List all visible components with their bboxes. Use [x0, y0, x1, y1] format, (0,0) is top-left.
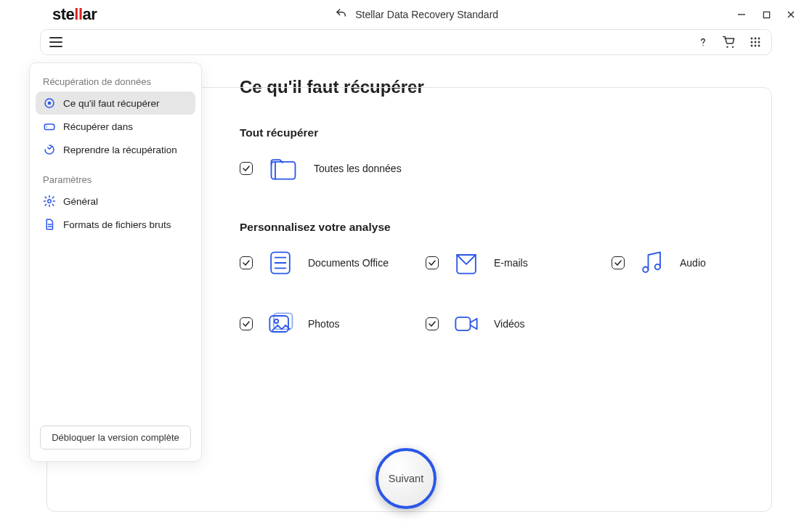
target-icon — [43, 97, 56, 110]
svg-rect-34 — [455, 317, 470, 330]
svg-point-9 — [758, 38, 760, 40]
svg-point-30 — [655, 264, 660, 269]
checkbox-emails[interactable] — [426, 256, 439, 269]
sidebar-item-label: Reprendre la récupération — [63, 145, 177, 155]
logo-text-post: ar — [83, 5, 97, 23]
sidebar-item-raw-formats[interactable]: Formats de fichiers bruts — [36, 213, 195, 236]
page-title: Ce qu'il faut récupérer — [240, 77, 783, 97]
resume-icon — [43, 143, 56, 156]
sidebar-item-what-to-recover[interactable]: Ce qu'il faut récupérer — [36, 91, 195, 115]
title-center: Stellar Data Recovery Standard — [97, 7, 736, 23]
category-documents: Documents Office — [240, 247, 411, 279]
drive-icon — [43, 120, 56, 133]
mail-icon — [450, 247, 482, 279]
sidebar-section-settings: Paramètres — [36, 168, 195, 190]
logo-text-pre: ste — [52, 5, 74, 23]
category-audio: Audio — [612, 247, 783, 279]
help-icon[interactable] — [696, 35, 710, 49]
section-recover-all: Tout récupérer — [240, 126, 783, 139]
svg-point-4 — [702, 45, 704, 46]
checkbox-documents[interactable] — [240, 256, 253, 269]
category-label: E-mails — [494, 257, 528, 269]
svg-point-6 — [732, 46, 734, 48]
svg-point-5 — [726, 46, 728, 48]
svg-point-11 — [755, 41, 757, 44]
music-icon — [636, 247, 668, 279]
sidebar-item-recover-to[interactable]: Récupérer dans — [36, 115, 195, 138]
svg-rect-1 — [763, 12, 769, 17]
category-label: Photos — [308, 318, 340, 330]
next-button[interactable]: Suivant — [375, 448, 437, 509]
category-videos: Vidéos — [426, 308, 597, 340]
svg-point-17 — [48, 102, 52, 105]
svg-point-10 — [751, 41, 753, 44]
sidebar-section-recovery: Récupération de données — [36, 70, 195, 91]
app-logo: stellar — [52, 5, 97, 24]
sidebar: Récupération de données Ce qu'il faut ré… — [29, 62, 202, 462]
svg-point-14 — [755, 45, 757, 47]
checkbox-videos[interactable] — [426, 317, 439, 330]
section-customize: Personnalisez votre analyse — [240, 221, 783, 234]
svg-point-32 — [275, 320, 279, 324]
svg-point-13 — [751, 45, 753, 47]
gear-icon — [43, 195, 56, 208]
sidebar-item-label: Ce qu'il faut récupérer — [63, 98, 159, 109]
next-label: Suivant — [389, 473, 423, 484]
cart-icon[interactable] — [722, 35, 736, 49]
video-icon — [450, 308, 482, 340]
minimize-button[interactable] — [736, 9, 747, 20]
category-label: Vidéos — [494, 318, 525, 330]
svg-point-19 — [46, 126, 48, 128]
folder-icon — [267, 152, 299, 184]
svg-point-8 — [755, 38, 757, 40]
sidebar-item-general[interactable]: Général — [36, 190, 195, 213]
sidebar-item-label: Formats de fichiers bruts — [63, 219, 171, 230]
title-bar: stellar Stellar Data Recovery Standard — [0, 0, 812, 29]
unlock-full-version-button[interactable]: Débloquer la version complète — [40, 426, 191, 449]
sidebar-item-resume-recovery[interactable]: Reprendre la récupération — [36, 138, 195, 161]
category-label: Documents Office — [308, 257, 389, 269]
window-controls — [736, 9, 796, 20]
sidebar-item-label: Général — [63, 196, 98, 207]
toolbar — [40, 29, 772, 55]
undo-icon[interactable] — [335, 7, 348, 23]
svg-point-20 — [48, 200, 52, 203]
document-icon — [264, 247, 296, 279]
category-photos: Photos — [240, 308, 411, 340]
image-icon — [264, 308, 296, 340]
checkbox-photos[interactable] — [240, 317, 253, 330]
checkbox-audio[interactable] — [612, 256, 625, 269]
svg-rect-18 — [44, 124, 54, 130]
svg-point-15 — [758, 45, 760, 47]
app-title: Stellar Data Recovery Standard — [355, 9, 498, 20]
maximize-button[interactable] — [761, 9, 771, 20]
category-emails: E-mails — [426, 247, 597, 279]
content: Ce qu'il faut récupérer Tout récupérer T… — [218, 55, 812, 525]
sidebar-item-label: Récupérer dans — [63, 121, 133, 132]
checkbox-all-data[interactable] — [240, 162, 253, 175]
apps-icon[interactable] — [748, 35, 763, 49]
svg-point-29 — [643, 267, 648, 272]
close-button[interactable] — [786, 9, 796, 20]
category-label: Audio — [680, 257, 706, 269]
svg-point-7 — [751, 38, 753, 40]
logo-text-mid: ll — [74, 5, 82, 23]
all-data-label: Toutes les données — [314, 163, 402, 174]
svg-point-12 — [758, 41, 760, 44]
file-icon — [43, 218, 56, 231]
menu-icon[interactable] — [49, 37, 62, 47]
